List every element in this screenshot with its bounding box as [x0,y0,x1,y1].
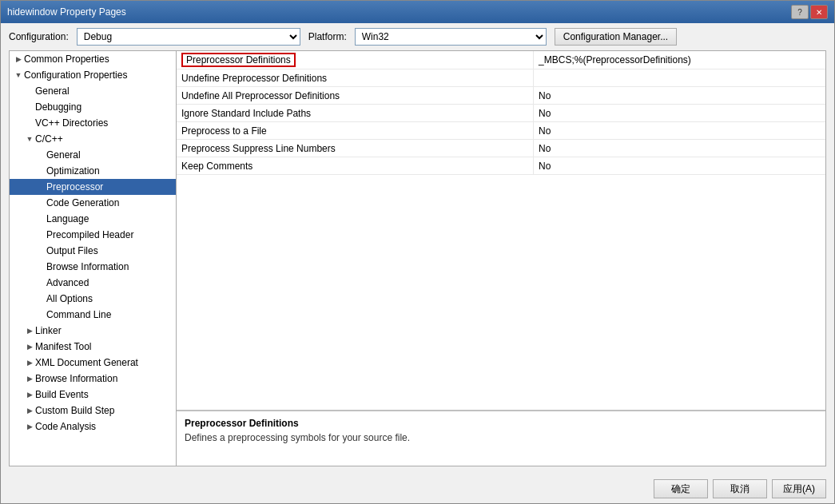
prop-value-6: No [534,157,825,175]
tree-item-debugging[interactable]: Debugging [10,99,176,115]
prop-row-4[interactable]: Preprocess to a FileNo [177,122,825,140]
prop-row-6[interactable]: Keep CommentsNo [177,157,825,175]
prop-row-5[interactable]: Preprocess Suppress Line NumbersNo [177,140,825,157]
tree-expander-output-files [35,245,46,256]
tree-label-optimization: Optimization [46,165,100,177]
tree-item-language[interactable]: Language [10,211,176,227]
prop-name-4: Preprocess to a File [177,122,534,140]
tree-item-c-cpp[interactable]: ▼C/C++ [10,131,176,147]
tree-item-output-files[interactable]: Output Files [10,243,176,259]
tree-item-linker[interactable]: ▶Linker [10,323,176,339]
tree-expander-xml-doc: ▶ [24,357,35,368]
tree-label-common-props: Common Properties [24,54,109,65]
properties-table: Preprocessor Definitions_MBCS;%(Preproce… [177,51,825,175]
tree-item-code-analysis[interactable]: ▶Code Analysis [10,419,176,435]
prop-value-0: _MBCS;%(PreprocessorDefinitions) [534,51,825,69]
prop-row-1[interactable]: Undefine Preprocessor Definitions [177,69,825,87]
help-button[interactable]: ? [791,5,809,19]
tree-item-general[interactable]: General [10,83,176,99]
tree-expander-code-analysis: ▶ [24,421,35,432]
close-button[interactable]: ✕ [810,5,828,19]
tree-expander-linker: ▶ [24,325,35,336]
config-select[interactable]: Debug [77,28,300,46]
tree-expander-browse-info2: ▶ [24,373,35,384]
tree-item-xml-doc[interactable]: ▶XML Document Generat [10,355,176,371]
tree-label-code-gen: Code Generation [46,197,119,208]
desc-title: Preprocessor Definitions [185,418,817,429]
tree-expander-vc-dirs [24,117,35,129]
tree-label-c-general: General [46,149,81,161]
tree-expander-config-props: ▼ [13,69,24,81]
tree-expander-debugging [24,101,35,113]
tree-expander-code-gen [35,197,46,208]
tree-expander-cmd-line [35,309,46,320]
tree-item-build-events[interactable]: ▶Build Events [10,387,176,403]
tree-item-all-options[interactable]: All Options [10,291,176,307]
ok-button[interactable]: 确定 [654,479,708,498]
tree-item-custom-build[interactable]: ▶Custom Build Step [10,403,176,419]
prop-row-3[interactable]: Ignore Standard Include PathsNo [177,105,825,122]
config-label: Configuration: [9,31,69,42]
tree-item-optimization[interactable]: Optimization [10,163,176,179]
config-manager-button[interactable]: Configuration Manager... [555,28,677,46]
prop-name-1: Undefine Preprocessor Definitions [177,69,534,87]
tree-expander-advanced [35,277,46,288]
prop-name-6: Keep Comments [177,157,534,175]
tree-item-cmd-line[interactable]: Command Line [10,307,176,323]
tree-expander-custom-build: ▶ [24,405,35,416]
prop-value-4: No [534,122,825,140]
tree-label-all-options: All Options [46,293,93,304]
tree-expander-language [35,213,46,224]
tree-expander-c-general [35,149,46,161]
tree-panel: ▶Common Properties▼Configuration Propert… [9,50,177,466]
apply-button[interactable]: 应用(A) [772,479,826,498]
main-content: ▶Common Properties▼Configuration Propert… [1,50,834,474]
prop-name-0: Preprocessor Definitions [177,51,534,69]
tree-label-debugging: Debugging [35,101,82,113]
tree-item-vc-dirs[interactable]: VC++ Directories [10,115,176,131]
tree-label-linker: Linker [35,325,62,336]
tree-label-browse-info2: Browse Information [35,373,117,384]
tree-expander-common-props: ▶ [13,54,24,65]
prop-name-3: Ignore Standard Include Paths [177,105,534,122]
prop-name-5: Preprocess Suppress Line Numbers [177,140,534,157]
tree-item-advanced[interactable]: Advanced [10,275,176,291]
tree-label-browse-info: Browse Information [46,261,129,272]
tree-item-browse-info[interactable]: Browse Information [10,259,176,275]
tree-label-xml-doc: XML Document Generat [35,357,138,368]
tree-item-c-general[interactable]: General [10,147,176,163]
tree-label-vc-dirs: VC++ Directories [35,117,108,129]
tree-label-preprocessor: Preprocessor [46,181,103,192]
tree-item-browse-info2[interactable]: ▶Browse Information [10,371,176,387]
window-title: hidewindow Property Pages [7,6,126,18]
tree-item-preprocessor[interactable]: Preprocessor [10,179,176,195]
tree-label-manifest-tool: Manifest Tool [35,341,91,352]
prop-row-0[interactable]: Preprocessor Definitions_MBCS;%(Preproce… [177,51,825,69]
platform-label: Platform: [308,31,347,42]
tree-label-custom-build: Custom Build Step [35,405,114,416]
tree-item-precompiled-header[interactable]: Precompiled Header [10,227,176,243]
tree-expander-browse-info [35,261,46,272]
tree-expander-precompiled-header [35,229,46,240]
desc-text: Defines a preprocessing symbols for your… [185,432,817,443]
tree-item-code-gen[interactable]: Code Generation [10,195,176,211]
prop-value-5: No [534,140,825,157]
platform-select[interactable]: Win32 [355,28,547,46]
bottom-bar: 确定 取消 应用(A) [1,474,834,503]
prop-value-1 [534,69,825,87]
tree-label-language: Language [46,213,89,224]
tree-item-common-props[interactable]: ▶Common Properties [10,51,176,67]
props-table: Preprocessor Definitions_MBCS;%(Preproce… [177,51,825,410]
tree-item-manifest-tool[interactable]: ▶Manifest Tool [10,339,176,355]
prop-name-2: Undefine All Preprocessor Definitions [177,87,534,105]
tree-expander-all-options [35,293,46,304]
tree-label-build-events: Build Events [35,389,89,400]
tree-expander-build-events: ▶ [24,389,35,400]
title-bar-buttons: ? ✕ [791,5,828,19]
tree-item-config-props[interactable]: ▼Configuration Properties [10,67,176,83]
prop-row-2[interactable]: Undefine All Preprocessor DefinitionsNo [177,87,825,105]
cancel-button[interactable]: 取消 [713,479,767,498]
tree-expander-general [24,85,35,97]
title-bar: hidewindow Property Pages ? ✕ [1,1,834,23]
tree-label-output-files: Output Files [46,245,98,256]
